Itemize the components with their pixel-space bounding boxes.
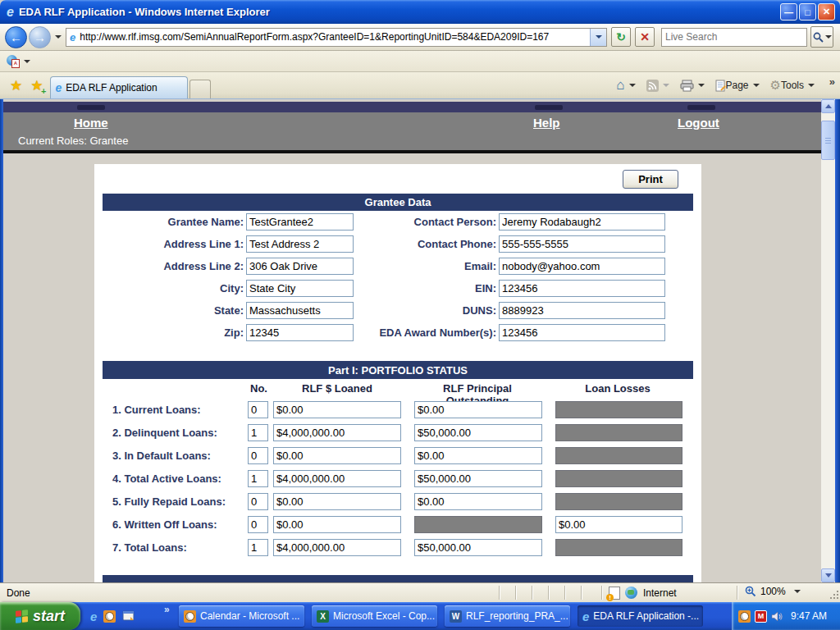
toolbar-overflow-icon[interactable]: » <box>829 75 835 88</box>
eda-award-number-field[interactable] <box>499 324 665 341</box>
excel-app-icon: X <box>317 610 329 623</box>
fully-repaid-loans-no[interactable] <box>248 493 268 510</box>
show-desktop-icon[interactable] <box>122 610 135 622</box>
ein-field[interactable] <box>499 280 665 297</box>
clock-text: 9:47 AM <box>791 610 827 622</box>
nav-home-link[interactable]: Home <box>74 116 108 130</box>
vertical-scrollbar[interactable] <box>821 99 835 582</box>
page-menu-button[interactable]: Page <box>714 78 765 94</box>
taskbar: start e » Calendar - Microsoft ... X Mic… <box>0 602 840 630</box>
search-go-button[interactable] <box>810 26 833 48</box>
taskbar-button-word[interactable]: W RLF_reporting_PRA_... <box>445 605 570 627</box>
taskbar-button-ie-active[interactable]: e EDA RLF Application -... <box>578 605 703 627</box>
convert-to-pdf-icon[interactable]: A <box>7 55 20 68</box>
total-active-loans-no[interactable] <box>248 470 268 487</box>
system-tray: M 9:47 AM <box>732 602 840 630</box>
protected-mode-icon[interactable] <box>609 587 620 600</box>
tab-eda-rlf-application[interactable]: e EDA RLF Application <box>50 76 188 98</box>
delinquent-loans-losses-disabled <box>555 424 682 441</box>
scroll-down-button[interactable] <box>821 568 835 582</box>
address-url[interactable]: http://www.rlf.imsg.com/SemiAnnualReport… <box>80 31 590 43</box>
current-loans-principal[interactable] <box>414 401 542 418</box>
written-off-loans-losses[interactable] <box>555 516 682 533</box>
favorites-center-icon[interactable]: ★ <box>10 77 22 94</box>
nav-logout-link[interactable]: Logout <box>678 116 719 130</box>
print-button[interactable]: Print <box>623 170 678 189</box>
total-loans-no[interactable] <box>248 539 268 556</box>
city-field[interactable] <box>246 280 354 297</box>
default-loans-loaned[interactable] <box>273 447 401 464</box>
nav-help-link[interactable]: Help <box>533 116 560 130</box>
total-loans-losses-disabled <box>555 539 682 556</box>
scroll-up-button[interactable] <box>821 99 835 113</box>
search-options-icon[interactable] <box>825 35 832 39</box>
written-off-loans-no[interactable] <box>248 516 268 533</box>
default-loans-principal[interactable] <box>414 447 542 464</box>
stop-button[interactable]: ✕ <box>635 27 655 47</box>
back-button[interactable]: ← <box>5 26 27 48</box>
delinquent-loans-loaned[interactable] <box>273 424 401 441</box>
zoom-dropdown-icon[interactable] <box>794 590 801 593</box>
address-line-2-label: Address Line 2: <box>103 258 244 275</box>
refresh-icon: ↻ <box>616 30 626 43</box>
total-active-loans-loaned[interactable] <box>273 470 401 487</box>
search-icon <box>813 32 824 43</box>
address-toolbar: ← → e http://www.rlf.imsg.com/SemiAnnual… <box>0 24 840 51</box>
pdf-dropdown-icon[interactable] <box>24 60 30 63</box>
taskbar-button-excel[interactable]: X Microsoft Excel - Cop... <box>312 605 437 627</box>
close-button[interactable]: ✕ <box>818 3 835 21</box>
default-loans-no[interactable] <box>248 447 268 464</box>
live-search-box[interactable] <box>661 28 807 47</box>
maximize-button[interactable]: □ <box>799 3 816 21</box>
contact-person-field[interactable] <box>499 213 665 231</box>
tools-menu-button[interactable]: ⚙ Tools <box>769 76 820 94</box>
total-loans-loaned[interactable] <box>273 539 401 556</box>
current-roles-text: Current Roles: Grantee <box>18 135 128 147</box>
taskbar-button-calendar[interactable]: Calendar - Microsoft ... <box>179 605 304 627</box>
history-dropdown-icon[interactable] <box>55 35 62 39</box>
written-off-loans-loaned[interactable] <box>273 516 401 533</box>
refresh-button[interactable]: ↻ <box>611 27 631 47</box>
email-field[interactable] <box>499 258 665 275</box>
duns-field[interactable] <box>499 302 665 319</box>
feeds-button[interactable] <box>645 78 675 94</box>
resize-grip[interactable] <box>829 591 838 600</box>
fully-repaid-loans-loaned[interactable] <box>273 493 401 510</box>
start-button[interactable]: start <box>0 602 80 630</box>
zoom-control[interactable]: 100% <box>745 586 805 597</box>
address-bar[interactable]: e http://www.rlf.imsg.com/SemiAnnualRepo… <box>66 28 607 47</box>
home-button[interactable]: ⌂ <box>614 75 641 95</box>
address-dropdown-button[interactable] <box>590 29 606 46</box>
state-field[interactable] <box>246 302 354 319</box>
quick-launch-ie-icon[interactable]: e <box>90 609 97 623</box>
total-loans-principal[interactable] <box>414 539 542 556</box>
fully-repaid-loans-principal[interactable] <box>414 493 542 510</box>
forward-button[interactable]: → <box>29 26 51 48</box>
delinquent-loans-principal[interactable] <box>414 424 542 441</box>
search-input[interactable] <box>662 31 806 43</box>
tray-calendar-icon[interactable] <box>738 610 751 623</box>
minimize-button[interactable]: — <box>780 3 797 21</box>
quick-launch-calendar-icon[interactable] <box>103 610 116 623</box>
current-loans-loaned[interactable] <box>273 401 401 418</box>
duns-label: DUNS: <box>357 302 496 319</box>
row-label: 5. Fully Repaid Loans: <box>112 493 252 510</box>
printer-icon <box>680 80 694 92</box>
zip-field[interactable] <box>246 324 354 341</box>
quick-launch-overflow-icon[interactable]: » <box>164 604 170 615</box>
print-menu-button[interactable] <box>678 78 710 94</box>
page-top-banner <box>3 102 821 112</box>
delinquent-loans-no[interactable] <box>248 424 268 441</box>
address-line-2-field[interactable] <box>246 258 354 275</box>
total-active-loans-principal[interactable] <box>414 470 542 487</box>
new-tab-button[interactable] <box>189 80 211 98</box>
add-favorite-icon[interactable]: ★+ <box>30 77 43 94</box>
scrollbar-thumb[interactable] <box>821 121 835 160</box>
current-loans-no[interactable] <box>248 401 268 418</box>
contact-phone-field[interactable] <box>499 235 665 253</box>
tray-mcafee-icon[interactable]: M <box>755 610 767 623</box>
volume-icon[interactable] <box>771 611 783 622</box>
address-line-1-field[interactable] <box>246 235 354 253</box>
taskbar-button-label: Calendar - Microsoft ... <box>200 610 299 622</box>
grantee-name-field[interactable] <box>246 213 354 231</box>
